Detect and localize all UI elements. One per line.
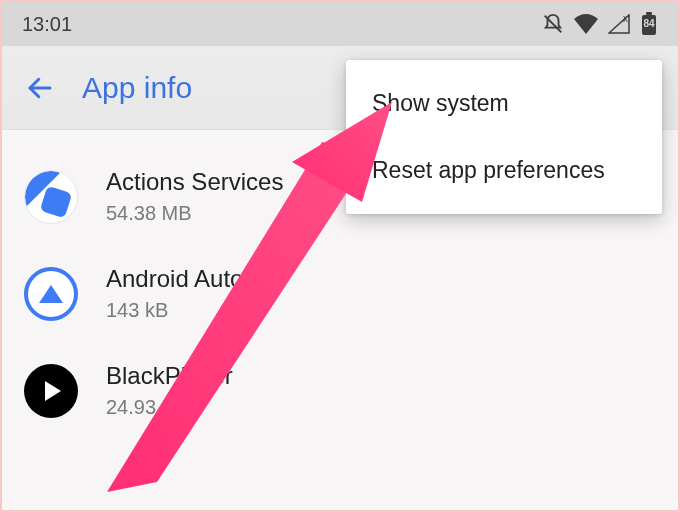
app-size: 54.38 MB — [106, 202, 283, 225]
app-item-blackplayer[interactable]: BlackPlayer 24.93 MB — [2, 342, 678, 439]
back-button[interactable] — [16, 64, 64, 112]
arrow-left-icon — [25, 73, 55, 103]
svg-text:x: x — [623, 14, 628, 24]
app-name: Actions Services — [106, 168, 283, 196]
svg-rect-3 — [646, 12, 652, 15]
wifi-icon — [574, 14, 598, 34]
app-name: BlackPlayer — [106, 362, 233, 390]
actions-services-icon — [24, 170, 78, 224]
status-bar: 13:01 x 84 — [2, 2, 678, 46]
app-size: 143 kB — [106, 299, 243, 322]
menu-item-reset-app-preferences[interactable]: Reset app preferences — [346, 137, 662, 204]
app-size: 24.93 MB — [106, 396, 233, 419]
app-item-android-auto[interactable]: Android Auto 143 kB — [2, 245, 678, 342]
dnd-off-icon — [542, 13, 564, 35]
status-time: 13:01 — [22, 13, 72, 36]
cellular-no-signal-icon: x — [608, 14, 630, 34]
battery-icon: 84 — [640, 12, 658, 36]
blackplayer-icon — [24, 364, 78, 418]
app-name: Android Auto — [106, 265, 243, 293]
status-icons: x 84 — [542, 12, 658, 36]
android-auto-icon — [24, 267, 78, 321]
overflow-menu: Show system Reset app preferences — [346, 60, 662, 214]
battery-level: 84 — [640, 18, 658, 29]
page-title: App info — [82, 71, 192, 105]
menu-item-show-system[interactable]: Show system — [346, 70, 662, 137]
